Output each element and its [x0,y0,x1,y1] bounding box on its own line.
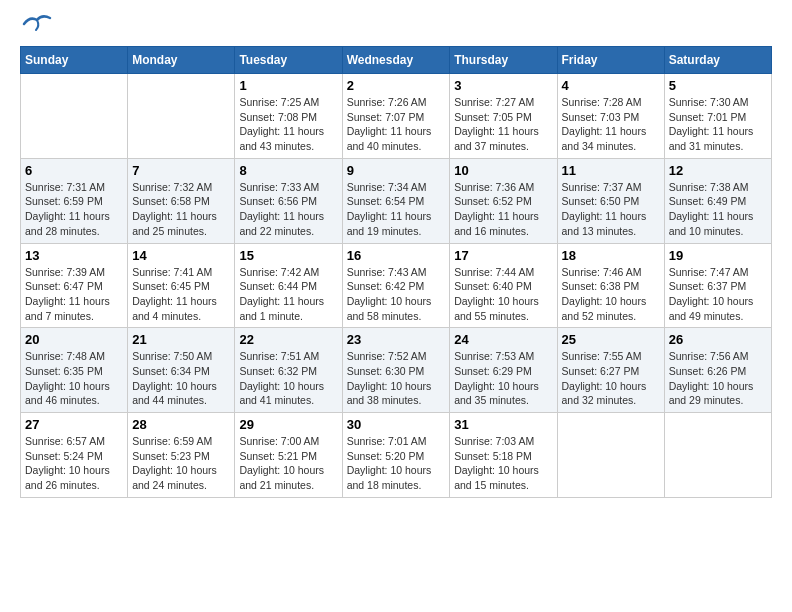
day-number: 23 [347,332,446,347]
day-number: 22 [239,332,337,347]
day-info: Sunrise: 7:53 AMSunset: 6:29 PMDaylight:… [454,349,552,408]
calendar-cell: 15Sunrise: 7:42 AMSunset: 6:44 PMDayligh… [235,243,342,328]
calendar-cell [664,413,771,498]
day-number: 10 [454,163,552,178]
day-info: Sunrise: 7:56 AMSunset: 6:26 PMDaylight:… [669,349,767,408]
day-number: 12 [669,163,767,178]
day-info: Sunrise: 7:25 AMSunset: 7:08 PMDaylight:… [239,95,337,154]
day-number: 24 [454,332,552,347]
day-info: Sunrise: 7:48 AMSunset: 6:35 PMDaylight:… [25,349,123,408]
day-number: 27 [25,417,123,432]
calendar-cell: 20Sunrise: 7:48 AMSunset: 6:35 PMDayligh… [21,328,128,413]
day-info: Sunrise: 7:27 AMSunset: 7:05 PMDaylight:… [454,95,552,154]
day-info: Sunrise: 7:44 AMSunset: 6:40 PMDaylight:… [454,265,552,324]
day-info: Sunrise: 7:51 AMSunset: 6:32 PMDaylight:… [239,349,337,408]
day-info: Sunrise: 6:59 AMSunset: 5:23 PMDaylight:… [132,434,230,493]
day-info: Sunrise: 7:26 AMSunset: 7:07 PMDaylight:… [347,95,446,154]
page-header [20,20,772,36]
calendar-cell [21,74,128,159]
day-info: Sunrise: 7:52 AMSunset: 6:30 PMDaylight:… [347,349,446,408]
calendar-cell: 5Sunrise: 7:30 AMSunset: 7:01 PMDaylight… [664,74,771,159]
day-info: Sunrise: 7:34 AMSunset: 6:54 PMDaylight:… [347,180,446,239]
day-info: Sunrise: 7:50 AMSunset: 6:34 PMDaylight:… [132,349,230,408]
day-number: 17 [454,248,552,263]
calendar-cell: 30Sunrise: 7:01 AMSunset: 5:20 PMDayligh… [342,413,450,498]
calendar-cell: 26Sunrise: 7:56 AMSunset: 6:26 PMDayligh… [664,328,771,413]
weekday-header-friday: Friday [557,47,664,74]
day-info: Sunrise: 7:47 AMSunset: 6:37 PMDaylight:… [669,265,767,324]
weekday-header-sunday: Sunday [21,47,128,74]
calendar-cell: 19Sunrise: 7:47 AMSunset: 6:37 PMDayligh… [664,243,771,328]
day-info: Sunrise: 7:01 AMSunset: 5:20 PMDaylight:… [347,434,446,493]
day-number: 29 [239,417,337,432]
calendar-cell: 6Sunrise: 7:31 AMSunset: 6:59 PMDaylight… [21,158,128,243]
calendar-cell: 29Sunrise: 7:00 AMSunset: 5:21 PMDayligh… [235,413,342,498]
calendar-cell: 4Sunrise: 7:28 AMSunset: 7:03 PMDaylight… [557,74,664,159]
day-number: 28 [132,417,230,432]
day-number: 4 [562,78,660,93]
calendar-cell: 9Sunrise: 7:34 AMSunset: 6:54 PMDaylight… [342,158,450,243]
day-info: Sunrise: 7:41 AMSunset: 6:45 PMDaylight:… [132,265,230,324]
calendar-week-3: 13Sunrise: 7:39 AMSunset: 6:47 PMDayligh… [21,243,772,328]
calendar-cell [557,413,664,498]
day-info: Sunrise: 7:43 AMSunset: 6:42 PMDaylight:… [347,265,446,324]
day-number: 31 [454,417,552,432]
day-number: 8 [239,163,337,178]
weekday-header-tuesday: Tuesday [235,47,342,74]
calendar-cell: 2Sunrise: 7:26 AMSunset: 7:07 PMDaylight… [342,74,450,159]
calendar-cell: 24Sunrise: 7:53 AMSunset: 6:29 PMDayligh… [450,328,557,413]
day-info: Sunrise: 7:37 AMSunset: 6:50 PMDaylight:… [562,180,660,239]
day-info: Sunrise: 7:28 AMSunset: 7:03 PMDaylight:… [562,95,660,154]
calendar-cell: 10Sunrise: 7:36 AMSunset: 6:52 PMDayligh… [450,158,557,243]
calendar-cell: 8Sunrise: 7:33 AMSunset: 6:56 PMDaylight… [235,158,342,243]
weekday-header-monday: Monday [128,47,235,74]
weekday-header-saturday: Saturday [664,47,771,74]
calendar-cell: 3Sunrise: 7:27 AMSunset: 7:05 PMDaylight… [450,74,557,159]
day-number: 21 [132,332,230,347]
calendar-cell: 28Sunrise: 6:59 AMSunset: 5:23 PMDayligh… [128,413,235,498]
day-info: Sunrise: 7:55 AMSunset: 6:27 PMDaylight:… [562,349,660,408]
calendar-header-row: SundayMondayTuesdayWednesdayThursdayFrid… [21,47,772,74]
calendar-cell: 13Sunrise: 7:39 AMSunset: 6:47 PMDayligh… [21,243,128,328]
calendar-week-2: 6Sunrise: 7:31 AMSunset: 6:59 PMDaylight… [21,158,772,243]
day-info: Sunrise: 7:32 AMSunset: 6:58 PMDaylight:… [132,180,230,239]
calendar-week-4: 20Sunrise: 7:48 AMSunset: 6:35 PMDayligh… [21,328,772,413]
calendar-cell: 25Sunrise: 7:55 AMSunset: 6:27 PMDayligh… [557,328,664,413]
calendar-cell [128,74,235,159]
logo-bird-icon [22,12,52,36]
calendar-cell: 7Sunrise: 7:32 AMSunset: 6:58 PMDaylight… [128,158,235,243]
calendar-cell: 16Sunrise: 7:43 AMSunset: 6:42 PMDayligh… [342,243,450,328]
calendar-cell: 12Sunrise: 7:38 AMSunset: 6:49 PMDayligh… [664,158,771,243]
day-number: 20 [25,332,123,347]
day-number: 15 [239,248,337,263]
day-number: 18 [562,248,660,263]
calendar-cell: 27Sunrise: 6:57 AMSunset: 5:24 PMDayligh… [21,413,128,498]
day-info: Sunrise: 7:42 AMSunset: 6:44 PMDaylight:… [239,265,337,324]
logo [20,20,52,36]
calendar-cell: 18Sunrise: 7:46 AMSunset: 6:38 PMDayligh… [557,243,664,328]
calendar-cell: 14Sunrise: 7:41 AMSunset: 6:45 PMDayligh… [128,243,235,328]
day-info: Sunrise: 7:36 AMSunset: 6:52 PMDaylight:… [454,180,552,239]
day-number: 16 [347,248,446,263]
weekday-header-thursday: Thursday [450,47,557,74]
day-info: Sunrise: 7:38 AMSunset: 6:49 PMDaylight:… [669,180,767,239]
day-info: Sunrise: 7:33 AMSunset: 6:56 PMDaylight:… [239,180,337,239]
calendar-cell: 22Sunrise: 7:51 AMSunset: 6:32 PMDayligh… [235,328,342,413]
calendar-cell: 21Sunrise: 7:50 AMSunset: 6:34 PMDayligh… [128,328,235,413]
calendar-cell: 31Sunrise: 7:03 AMSunset: 5:18 PMDayligh… [450,413,557,498]
day-number: 14 [132,248,230,263]
day-number: 6 [25,163,123,178]
day-number: 3 [454,78,552,93]
day-number: 26 [669,332,767,347]
calendar-week-1: 1Sunrise: 7:25 AMSunset: 7:08 PMDaylight… [21,74,772,159]
day-number: 25 [562,332,660,347]
day-number: 11 [562,163,660,178]
calendar-cell: 11Sunrise: 7:37 AMSunset: 6:50 PMDayligh… [557,158,664,243]
day-info: Sunrise: 7:46 AMSunset: 6:38 PMDaylight:… [562,265,660,324]
day-info: Sunrise: 7:31 AMSunset: 6:59 PMDaylight:… [25,180,123,239]
day-number: 9 [347,163,446,178]
calendar-cell: 17Sunrise: 7:44 AMSunset: 6:40 PMDayligh… [450,243,557,328]
day-info: Sunrise: 7:03 AMSunset: 5:18 PMDaylight:… [454,434,552,493]
day-info: Sunrise: 7:39 AMSunset: 6:47 PMDaylight:… [25,265,123,324]
day-number: 1 [239,78,337,93]
